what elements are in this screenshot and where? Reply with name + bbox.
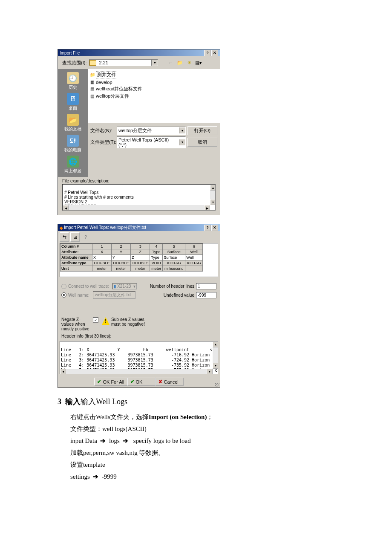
instruction-line: 加载per,perm,sw vash,ntg 等数据。 [70,447,334,459]
negate-z-note: Sub-sea Z values must be negative! [111,317,154,327]
view-menu-icon[interactable]: ▦▾ [195,59,202,66]
table-row: Unit meter meter meter meter millisecond [61,266,218,272]
app-icon: ◆ [60,225,63,230]
file-entry[interactable]: ▦ develop [89,79,218,85]
header-info-label: Header info (first 30 lines): [61,334,216,338]
places-sidebar: 🕘 历史 🖥 桌面 📂 我的文档 🖳 我的电脑 🌐 网上邻居 [58,69,88,177]
dialog-buttons: ✔OK For All ✔OK ✘Cancel [58,376,220,387]
chevron-down-icon[interactable] [179,127,185,133]
connect-trace-label: Connect to well trace: [68,284,109,289]
instruction-line: 文件类型：well logs(ASCII) [70,423,334,435]
undefined-value-input[interactable]: -999 [196,292,216,298]
cancel-button[interactable]: 取消 [187,138,217,147]
sidebar-desktop[interactable]: 🖥 桌面 [67,93,79,111]
file-entry[interactable]: ▤ welltop分层文件 [89,92,218,100]
horizontal-scrollbar[interactable]: ◀ ▶ [63,205,210,210]
tool-icon-1[interactable]: ⇆ [60,232,69,242]
arrow-icon: ➔ [97,435,109,447]
table-row: Attribute name X Y Z Type Surface Well [61,255,218,260]
help-tool-icon[interactable]: ? [81,232,90,242]
look-in-dropdown[interactable]: 2.21 [89,59,158,66]
new-folder-icon[interactable]: ✳ [185,59,193,66]
help-icon[interactable]: ? [204,225,211,231]
resize-grip-icon[interactable] [215,383,219,387]
sidebar-network[interactable]: 🌐 网上邻居 [64,156,81,174]
undefined-value-label: Undefined value [164,293,194,298]
instruction-line: input Data➔logs➔ specify logs to be load [70,435,334,447]
close-icon[interactable]: ✕ [211,225,218,231]
sidebar-history[interactable]: 🕘 历史 [67,72,79,90]
ok-button[interactable]: ✔OK [127,378,156,386]
check-icon: ✔ [130,379,134,384]
toolbar: ⇆ ⊞ ? [58,231,220,243]
negate-z-label: Negate Z-values when mostly positive [61,317,91,331]
file-name: develop [96,80,112,85]
file-icon: ▤ [89,93,95,99]
scroll-down-icon[interactable]: ▼ [213,363,218,369]
filetype-dropdown[interactable]: Petrel Well Tops (ASCII) (*.*) [117,136,186,148]
file-entry[interactable]: ▤ wellhead井位坐标文件 [89,85,218,92]
look-in-value: 2.21 [98,60,151,66]
check-icon: ✔ [97,379,101,384]
scroll-right-icon[interactable]: ▶ [207,369,213,374]
header-info-textbox[interactable]: Line 1: X Y hb wellpoint surface jinghao… [60,341,218,374]
instruction-line: 右键点击Wells文件夹，选择Import (on Selection)； [70,411,334,423]
chevron-down-icon[interactable] [151,60,158,66]
horizontal-scrollbar[interactable]: ◀ ▶ [60,369,213,374]
radio-icon[interactable] [61,292,66,298]
vertical-scrollbar[interactable]: ▲ ▼ [213,341,218,369]
close-icon[interactable]: ✕ [211,50,218,56]
instruction-line: settings➔-9999 [70,471,334,483]
folder-icon: 📁 [89,72,95,78]
open-button[interactable]: 打开(O) [187,126,217,135]
filetype-label: 文件类型(T): [90,139,117,145]
sidebar-computer[interactable]: 🖳 我的电脑 [64,135,81,153]
tool-icon-2[interactable]: ⊞ [70,232,80,242]
file-list[interactable]: 📁 测井文件 ▦ develop ▤ wellhead井位坐标文件 ▤ well… [88,69,220,123]
scroll-up-icon[interactable]: ▲ [210,185,216,191]
instructions-body: 右键点击Wells文件夹，选择Import (on Selection)； 文件… [70,411,334,483]
header-lines-input[interactable]: 1 [196,283,216,289]
documents-icon: 📂 [67,114,79,126]
titlebar: ◆ Import Petrel Well Tops: welltop分层文件.t… [58,224,220,231]
window-title: Import File [60,51,204,55]
desktop-icon: 🖥 [67,93,79,105]
chevron-down-icon[interactable] [179,139,185,145]
file-icon: ▦ [89,79,95,85]
section-number: 3 [58,397,61,406]
file-name: 测井文件 [96,71,117,78]
ok-for-all-button[interactable]: ✔OK For All [94,378,127,386]
table-row: Attribute: X Y Z Type Surface Well [61,249,218,255]
negate-z-checkbox[interactable]: ✓ [93,317,98,323]
up-folder-icon[interactable]: 📁 [176,59,184,66]
vertical-scrollbar[interactable]: ▲ ▼ [210,185,215,205]
warning-icon: ! [102,317,110,325]
scroll-right-icon[interactable]: ▶ [204,205,210,211]
attribute-table: Column # 1 2 3 4 5 6 Attribute: X Y Z Ty… [60,243,218,272]
file-entry-folder[interactable]: 📁 测井文件 [89,71,218,79]
folder-icon [89,60,96,66]
network-icon: 🌐 [67,156,79,168]
filename-input[interactable]: welltop分层文件 [117,127,186,135]
x-icon: ✘ [159,379,162,384]
cancel-button[interactable]: ✘Cancel [156,378,184,386]
scroll-left-icon[interactable]: ◀ [63,205,69,211]
file-icon: ▤ [89,86,95,92]
window-title: Import Petrel Well Tops: welltop分层文件.txt [64,225,204,231]
file-name: welltop分层文件 [96,93,129,99]
example-textbox[interactable]: # Petrel Well Tops # Lines starting with… [62,184,216,211]
radio-icon [61,284,66,289]
scroll-left-icon[interactable]: ◀ [60,369,66,374]
trace-dropdown: ▮ X21-23 ▾ [112,283,137,289]
example-label: File example/description: [62,179,216,183]
filename-label: 文件名(N): [90,127,117,134]
sidebar-documents[interactable]: 📂 我的文档 [64,114,81,132]
help-icon[interactable]: ? [204,50,211,56]
scroll-down-icon[interactable]: ▼ [210,199,216,205]
scroll-up-icon[interactable]: ▲ [213,341,218,347]
instruction-line: 设置template [70,459,334,471]
arrow-icon: ➔ [120,435,132,447]
back-icon[interactable]: ← [167,59,174,66]
import-welltops-dialog: ◆ Import Petrel Well Tops: welltop分层文件.t… [58,224,220,388]
table-row: Attribute type DOUBLE DOUBLE DOUBLE VOID… [61,260,218,266]
